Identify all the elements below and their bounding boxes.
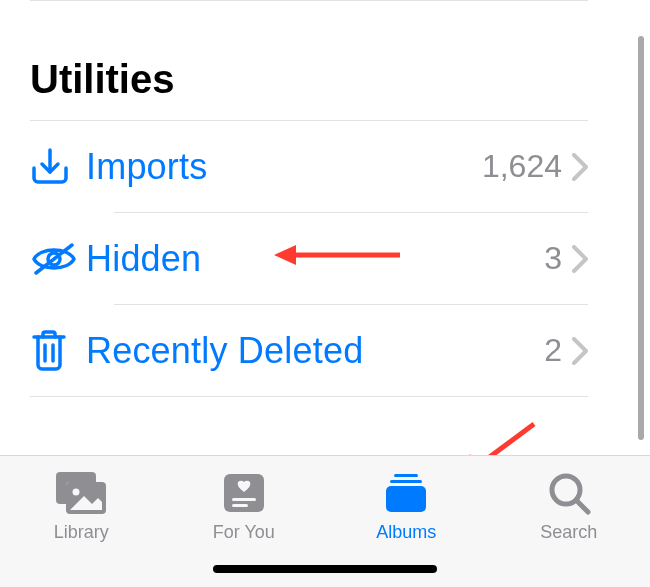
row-count: 2 [544,332,572,369]
row-count: 3 [544,240,572,277]
chevron-right-icon [572,153,588,181]
svg-rect-10 [232,498,256,501]
svg-line-16 [577,501,588,512]
chevron-right-icon [572,245,588,273]
library-icon [54,468,108,518]
chevron-right-icon [572,337,588,365]
row-imports[interactable]: Imports 1,624 [30,121,588,212]
tab-label: For You [213,522,275,543]
svg-rect-13 [390,480,422,483]
row-recently-deleted[interactable]: Recently Deleted 2 [30,305,588,396]
tab-label: Albums [376,522,436,543]
svg-rect-11 [232,504,248,507]
home-indicator[interactable] [213,565,437,573]
svg-rect-12 [394,474,418,477]
tab-for-you[interactable]: For You [163,468,326,543]
eye-slash-icon [30,241,86,277]
tab-albums[interactable]: Albums [325,468,488,543]
row-label: Imports [86,146,482,188]
for-you-icon [220,468,268,518]
tab-label: Search [540,522,597,543]
import-icon [30,146,86,188]
tab-search[interactable]: Search [488,468,651,543]
svg-rect-14 [386,486,426,512]
trash-icon [30,329,86,373]
search-icon [546,468,592,518]
row-label: Recently Deleted [86,330,544,372]
tab-label: Library [54,522,109,543]
scrollbar[interactable] [638,36,644,440]
albums-icon [380,468,432,518]
section-title: Utilities [30,1,588,120]
row-label: Hidden [86,238,544,280]
utilities-section: Utilities Imports 1,624 Hidden 3 Recentl… [0,0,618,397]
svg-point-8 [73,489,80,496]
divider [30,396,588,397]
tab-library[interactable]: Library [0,468,163,543]
row-count: 1,624 [482,148,572,185]
row-hidden[interactable]: Hidden 3 [30,213,588,304]
